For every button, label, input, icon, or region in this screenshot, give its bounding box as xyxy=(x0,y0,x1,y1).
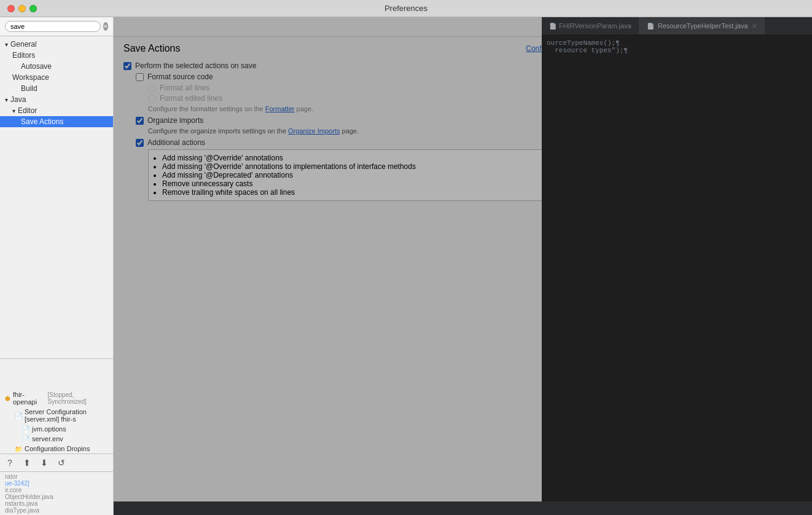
file-item-fhir-openapi[interactable]: ⬢ fhir-openapi [Stopped, Synchronized] xyxy=(0,390,113,407)
close-button[interactable] xyxy=(7,5,15,12)
window-controls[interactable] xyxy=(7,5,37,12)
file-item-config-dropins[interactable]: 📁 Configuration Dropins xyxy=(0,444,113,454)
tree-label-workspace: Workspace xyxy=(12,73,49,82)
main-layout: ✕ ▾ General Editors Autosave Workspace B… xyxy=(0,17,812,515)
server-env-label: server.env xyxy=(32,435,63,442)
status-ir-core: ir.core xyxy=(5,487,108,493)
fhir-status: [Stopped, Synchronized] xyxy=(48,391,108,405)
jvm-options-label: jvm.options xyxy=(32,425,66,433)
search-bar: ✕ xyxy=(0,17,113,36)
tree-label-build: Build xyxy=(21,84,37,93)
tree-item-save-actions[interactable]: Save Actions xyxy=(0,116,113,127)
tree-item-build[interactable]: Build xyxy=(0,83,113,94)
maximize-button[interactable] xyxy=(29,5,37,12)
status-link[interactable]: ue-3242] xyxy=(5,480,108,487)
config-dropins-label: Configuration Dropins xyxy=(25,445,90,452)
arrow-java: ▾ xyxy=(5,96,8,103)
file-icon-config-dropins: 📁 xyxy=(15,446,22,452)
modal-overlay xyxy=(114,17,812,515)
status-rator: rator xyxy=(5,473,108,480)
search-input[interactable] xyxy=(5,21,101,32)
file-icon-server-env: 📄 xyxy=(22,436,29,442)
import-icon-btn[interactable]: ⬆ xyxy=(21,457,33,469)
minimize-button[interactable] xyxy=(18,5,26,12)
fhir-openapi-label: fhir-openapi xyxy=(13,391,45,406)
tree-label-general: General xyxy=(10,40,37,49)
file-icon-jvm: 📄 xyxy=(22,426,29,433)
help-icon-btn[interactable]: ? xyxy=(4,457,16,469)
content-area: ◀ ▾ ▶ ▾ ⋮ Save Actions Configure Project… xyxy=(114,17,812,515)
server-config-label: Server Configuration [server.xml] fhir-s xyxy=(25,408,108,423)
tree-item-editor[interactable]: ▾ Editor xyxy=(0,105,113,116)
tree-label-save-actions: Save Actions xyxy=(21,117,63,126)
left-sidebar: ✕ ▾ General Editors Autosave Workspace B… xyxy=(0,17,114,515)
file-item-server-env[interactable]: 📄 server.env xyxy=(0,434,113,444)
tree-item-autosave[interactable]: Autosave xyxy=(0,61,113,72)
defaults-icon-btn[interactable]: ↺ xyxy=(55,457,68,469)
tree-item-java[interactable]: ▾ Java xyxy=(0,94,113,105)
tree-label-autosave: Autosave xyxy=(21,62,52,71)
tree-label-java: Java xyxy=(10,95,26,104)
title-bar: Preferences xyxy=(0,0,812,17)
tree-item-editors[interactable]: Editors xyxy=(0,50,113,61)
export-icon-btn[interactable]: ⬇ xyxy=(38,457,50,469)
arrow-editor: ▾ xyxy=(12,108,15,114)
tree-item-general[interactable]: ▾ General xyxy=(0,39,113,50)
arrow-general: ▾ xyxy=(5,41,8,48)
tree-label-editors: Editors xyxy=(12,51,35,60)
tree-item-workspace[interactable]: Workspace xyxy=(0,72,113,83)
search-clear-button[interactable]: ✕ xyxy=(103,22,108,31)
status-diatype: diaType.java xyxy=(5,507,108,514)
status-nstants: nstants.java xyxy=(5,500,108,507)
file-item-server-config[interactable]: 📄 Server Configuration [server.xml] fhir… xyxy=(0,407,113,424)
tree-area: ▾ General Editors Autosave Workspace Bui… xyxy=(0,36,113,358)
file-item-jvm-options[interactable]: 📄 jvm.options xyxy=(0,424,113,434)
file-icon-server-config: 📄 xyxy=(15,412,22,419)
tree-label-editor: Editor xyxy=(18,106,37,115)
status-objectholder: ObjectHolder.java xyxy=(5,493,108,500)
window-title: Preferences xyxy=(385,4,427,13)
